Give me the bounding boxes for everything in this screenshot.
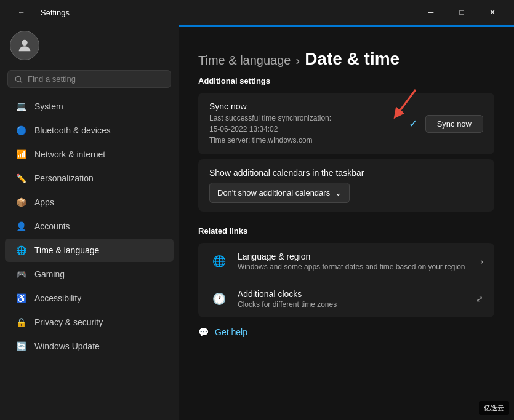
sidebar-item-windows-update[interactable]: 🔄Windows Update: [5, 335, 174, 358]
sync-card: Sync now Last successful time synchroniz…: [198, 93, 494, 154]
accounts-icon: 👤: [15, 220, 27, 232]
get-help-row[interactable]: 💬 Get help: [179, 320, 514, 344]
sidebar-item-accounts[interactable]: 👤Accounts: [5, 215, 174, 238]
related-links-title: Related links: [179, 219, 514, 240]
progress-strip: [179, 25, 514, 27]
minimize-icon: ─: [428, 8, 434, 17]
close-icon: ✕: [489, 8, 496, 17]
sidebar-item-label-bluetooth: Bluetooth & devices: [34, 125, 111, 135]
nav-container: 💻System🔵Bluetooth & devices📶Network & in…: [0, 94, 179, 359]
chevron-down-icon: ⌄: [335, 188, 342, 197]
titlebar: ← Settings ─ □ ✕: [0, 0, 514, 25]
sidebar: 💻System🔵Bluetooth & devices📶Network & in…: [0, 25, 179, 420]
sidebar-item-bluetooth[interactable]: 🔵Bluetooth & devices: [5, 119, 174, 142]
network-icon: 📶: [15, 148, 27, 160]
minimize-button[interactable]: ─: [417, 3, 445, 22]
sidebar-item-privacy-security[interactable]: 🔒Privacy & security: [5, 311, 174, 334]
close-button[interactable]: ✕: [478, 3, 507, 22]
link-desc-1: Clocks for different time zones: [238, 300, 467, 309]
sidebar-item-label-time-language: Time & language: [34, 245, 99, 255]
titlebar-left: ← Settings: [7, 3, 70, 22]
maximize-icon: □: [459, 8, 464, 17]
system-icon: 💻: [15, 100, 27, 113]
breadcrumb: Time & language › Date & time: [179, 37, 514, 69]
search-input[interactable]: [28, 74, 164, 84]
get-help-icon: 💬: [198, 327, 209, 337]
time-language-icon: 🌐: [15, 244, 27, 256]
maximize-button[interactable]: □: [448, 3, 476, 22]
link-icon-0: 🌐: [209, 252, 229, 271]
sync-now-button[interactable]: Sync now: [425, 115, 483, 133]
sync-card-wrapper: Sync now Last successful time synchroniz…: [179, 93, 514, 154]
sidebar-item-label-gaming: Gaming: [34, 269, 65, 279]
accessibility-icon: ♿: [15, 292, 27, 304]
sidebar-item-label-network: Network & internet: [34, 149, 105, 159]
link-desc-0: Windows and some apps format dates and t…: [238, 263, 472, 271]
titlebar-controls: ─ □ ✕: [417, 3, 507, 22]
link-row-1[interactable]: 🕐Additional clocksClocks for different t…: [198, 280, 494, 317]
sidebar-item-personalization[interactable]: ✏️Personalization: [5, 167, 174, 190]
svg-point-0: [22, 40, 27, 46]
get-help-label: Get help: [215, 327, 247, 337]
avatar[interactable]: [10, 31, 39, 60]
avatar-icon: [16, 37, 33, 54]
sync-title: Sync now: [209, 101, 401, 111]
svg-line-2: [20, 81, 22, 82]
watermark: 亿迭云: [479, 401, 509, 415]
sync-detail: Last successful time synchronization: 15…: [209, 113, 401, 146]
sync-row: Sync now Last successful time synchroniz…: [198, 93, 494, 154]
windows-update-icon: 🔄: [15, 340, 27, 352]
search-icon: [14, 75, 23, 84]
personalization-icon: ✏️: [15, 172, 27, 184]
sidebar-item-gaming[interactable]: 🎮Gaming: [5, 263, 174, 286]
link-icon-1: 🕐: [209, 289, 229, 309]
additional-settings-title: Additional settings: [179, 69, 514, 90]
sidebar-item-label-accessibility: Accessibility: [34, 293, 81, 303]
sync-info: Sync now Last successful time synchroniz…: [209, 101, 401, 146]
related-links-card: 🌐Language & regionWindows and some apps …: [198, 243, 494, 317]
link-title-1: Additional clocks: [238, 289, 467, 299]
breadcrumb-separator: ›: [295, 53, 300, 68]
sidebar-item-time-language[interactable]: 🌐Time & language: [5, 239, 174, 262]
sidebar-item-label-windows-update: Windows Update: [34, 341, 100, 351]
main-layout: 💻System🔵Bluetooth & devices📶Network & in…: [0, 25, 514, 420]
apps-icon: 📦: [15, 196, 27, 208]
bluetooth-icon: 🔵: [15, 124, 27, 137]
sidebar-item-label-apps: Apps: [34, 197, 54, 207]
calendars-row: Show additional calendars in the taskbar…: [198, 159, 494, 212]
sidebar-top: [0, 25, 179, 66]
link-arrow-0: ›: [480, 256, 483, 266]
link-row-0[interactable]: 🌐Language & regionWindows and some apps …: [198, 243, 494, 280]
link-info-1: Additional clocksClocks for different ti…: [238, 289, 467, 309]
check-icon: ✓: [409, 117, 418, 130]
calendars-label: Show additional calendars in the taskbar: [209, 168, 364, 178]
sidebar-item-label-privacy-security: Privacy & security: [34, 317, 103, 327]
privacy-security-icon: 🔒: [15, 316, 27, 328]
calendars-dropdown-value: Don't show additional calendars: [217, 188, 330, 197]
gaming-icon: 🎮: [15, 268, 27, 280]
calendars-card: Show additional calendars in the taskbar…: [198, 159, 494, 212]
link-arrow-1: ⤢: [476, 294, 483, 304]
titlebar-title: Settings: [41, 8, 70, 17]
back-button[interactable]: ←: [7, 3, 36, 22]
link-title-0: Language & region: [238, 252, 472, 261]
search-box[interactable]: [7, 70, 171, 88]
svg-point-1: [15, 76, 20, 81]
sidebar-item-apps[interactable]: 📦Apps: [5, 191, 174, 214]
breadcrumb-parent: Time & language: [198, 53, 291, 68]
sidebar-item-label-accounts: Accounts: [34, 221, 70, 231]
sidebar-item-label-personalization: Personalization: [34, 173, 94, 183]
sidebar-item-system[interactable]: 💻System: [5, 95, 174, 118]
sidebar-item-accessibility[interactable]: ♿Accessibility: [5, 287, 174, 310]
sidebar-item-label-system: System: [34, 101, 63, 111]
link-info-0: Language & regionWindows and some apps f…: [238, 252, 472, 271]
calendars-dropdown[interactable]: Don't show additional calendars ⌄: [209, 183, 350, 203]
breadcrumb-current: Date & time: [305, 49, 400, 69]
sidebar-item-network[interactable]: 📶Network & internet: [5, 143, 174, 166]
back-icon: ←: [18, 8, 25, 17]
content: Time & language › Date & time Additional…: [179, 25, 514, 420]
